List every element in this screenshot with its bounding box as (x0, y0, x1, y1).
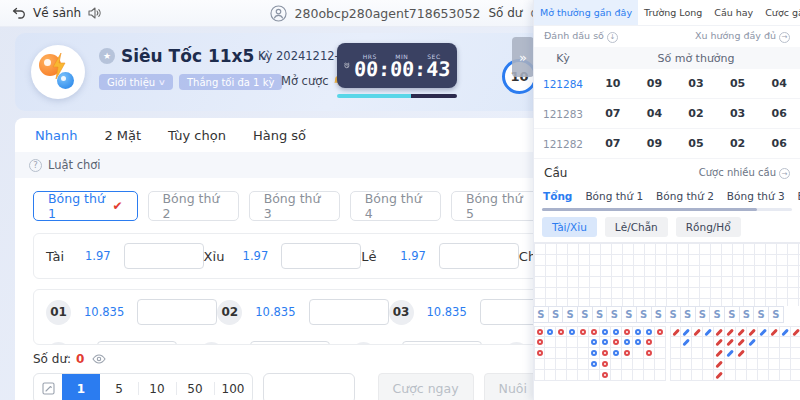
edit-chips-icon[interactable] (34, 374, 62, 400)
trend-cell[interactable] (692, 370, 703, 381)
trend-s-cell[interactable]: S (548, 306, 564, 323)
trend-cell[interactable] (622, 370, 633, 381)
trend-cell[interactable] (692, 337, 703, 348)
trend-cell[interactable] (567, 337, 578, 348)
trend-cell[interactable] (747, 359, 758, 370)
trend-cell[interactable] (655, 337, 666, 348)
trend-cell[interactable] (633, 326, 644, 337)
trend-cell[interactable] (611, 348, 622, 359)
trend-cell[interactable] (670, 337, 681, 348)
trend-cell[interactable] (736, 359, 747, 370)
tab-cau-hay[interactable]: Cầu hay (708, 0, 759, 25)
trend-cell[interactable] (714, 337, 725, 348)
trend-cell[interactable] (534, 337, 545, 348)
trend-cell[interactable] (681, 337, 692, 348)
trend-cell[interactable] (589, 326, 600, 337)
trend-cell[interactable] (725, 326, 736, 337)
trend-s-cell[interactable]: S (680, 306, 696, 323)
trend-s-cell[interactable]: S (739, 306, 755, 323)
trend-cell[interactable] (611, 337, 622, 348)
trend-cell[interactable] (769, 337, 780, 348)
trend-cell[interactable] (725, 370, 736, 381)
trend-cell[interactable] (578, 326, 589, 337)
trend-cell[interactable] (670, 370, 681, 381)
trend-cell[interactable] (567, 326, 578, 337)
trend-cell[interactable] (758, 370, 769, 381)
trend-cell[interactable] (714, 359, 725, 370)
ball-4-button[interactable]: Bóng thứ 4 (350, 191, 441, 221)
rules-row[interactable]: ? Luật chơi (15, 152, 560, 178)
trend-cell[interactable] (747, 326, 758, 337)
trend-s-cell[interactable]: S (695, 306, 711, 323)
trend-cell[interactable] (556, 359, 567, 370)
trend-cell[interactable] (791, 359, 800, 370)
trend-cell[interactable] (578, 370, 589, 381)
trend-cell[interactable] (578, 359, 589, 370)
mode-tai-xiu[interactable]: Tài/Xỉu (542, 217, 597, 237)
ball-5-button[interactable]: Bóng thứ 5 (451, 191, 542, 221)
trend-cell[interactable] (644, 348, 655, 359)
trend-cell[interactable] (622, 348, 633, 359)
trend-cell[interactable] (633, 370, 644, 381)
trend-cell[interactable] (747, 337, 758, 348)
back-to-lobby-link[interactable]: Về sảnh (33, 6, 81, 20)
trend-cell[interactable] (633, 348, 644, 359)
tab-truong-long[interactable]: Trường Long (638, 0, 708, 25)
bet-amount-input-02[interactable] (309, 299, 389, 325)
cau-tab-ball-1[interactable]: Bóng thứ 1 (585, 190, 643, 202)
trend-cell[interactable] (670, 326, 681, 337)
trend-cell[interactable] (611, 370, 622, 381)
bet-amount-input-01[interactable] (137, 299, 217, 325)
bet-amount-input-xiu[interactable] (281, 243, 361, 269)
trend-cell[interactable] (534, 370, 545, 381)
trend-cell[interactable] (681, 348, 692, 359)
trend-cell[interactable] (600, 348, 611, 359)
result-period[interactable]: 121283 (534, 108, 592, 120)
trend-cell[interactable] (780, 370, 791, 381)
collapse-panel-button[interactable]: » (512, 37, 534, 77)
trend-cell[interactable] (600, 326, 611, 337)
trend-cell[interactable] (578, 348, 589, 359)
trend-s-cell[interactable]: S (651, 306, 667, 323)
trend-s-cell[interactable]: S (724, 306, 740, 323)
trend-s-cell[interactable]: S (768, 306, 784, 323)
trend-cell[interactable] (780, 348, 791, 359)
trend-cell[interactable] (780, 326, 791, 337)
cau-tab-ball-2[interactable]: Bóng thứ 2 (656, 190, 714, 202)
trend-cell[interactable] (736, 337, 747, 348)
trend-cell[interactable] (703, 359, 714, 370)
trend-cell[interactable] (655, 348, 666, 359)
trend-cell[interactable] (589, 359, 600, 370)
trend-cell[interactable] (600, 370, 611, 381)
ball-1-button[interactable]: Bóng thứ 1✔ (33, 191, 138, 221)
trend-cell[interactable] (545, 326, 556, 337)
trend-cell[interactable] (791, 348, 800, 359)
trend-cell[interactable] (644, 359, 655, 370)
bet-amount-input-le[interactable] (439, 243, 519, 269)
trend-cell[interactable] (725, 348, 736, 359)
trend-s-cell[interactable]: S (533, 306, 549, 323)
trend-cell[interactable] (769, 359, 780, 370)
bet-amount-input[interactable] (97, 341, 177, 345)
trend-cell[interactable] (534, 359, 545, 370)
trend-cell[interactable] (758, 359, 769, 370)
tab-recent-results[interactable]: Mở thưởng gần đây (534, 0, 638, 25)
trend-cell[interactable] (758, 337, 769, 348)
trend-cell[interactable] (611, 359, 622, 370)
chip-5[interactable]: 5 (100, 374, 138, 400)
ball-3-button[interactable]: Bóng thứ 3 (249, 191, 340, 221)
trend-cell[interactable] (692, 359, 703, 370)
trend-cell[interactable] (567, 359, 578, 370)
trend-s-cell[interactable]: S (621, 306, 637, 323)
trend-cell[interactable] (556, 337, 567, 348)
cau-tab-ball-3[interactable]: Bóng thứ 3 (727, 190, 785, 202)
trend-cell[interactable] (670, 348, 681, 359)
mark-numbers-link[interactable]: Đánh dấu số↓ (544, 30, 618, 43)
username[interactable]: 280obcp280agent718653052 (295, 6, 481, 21)
trend-cell[interactable] (567, 370, 578, 381)
trend-cell[interactable] (622, 337, 633, 348)
bet-amount-input[interactable] (250, 341, 330, 345)
trend-cell[interactable] (791, 337, 800, 348)
trend-cell[interactable] (736, 370, 747, 381)
trend-cell[interactable] (556, 326, 567, 337)
